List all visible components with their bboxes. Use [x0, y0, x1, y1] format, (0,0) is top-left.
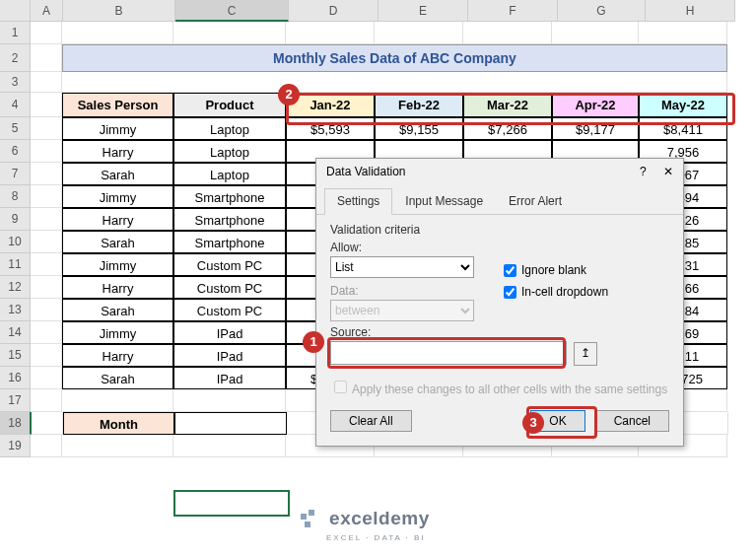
clear-all-button[interactable]: Clear All — [330, 410, 412, 432]
tab-settings[interactable]: Settings — [324, 188, 392, 215]
table-cell[interactable]: Harry — [62, 344, 173, 367]
row-header-15[interactable]: 15 — [0, 344, 31, 367]
row-header-19[interactable]: 19 — [0, 435, 31, 457]
apply-changes-checkbox: Apply these changes to all other cells w… — [330, 382, 667, 396]
cancel-button[interactable]: Cancel — [595, 410, 669, 432]
row-header-9[interactable]: 9 — [0, 208, 31, 231]
table-cell[interactable]: Jimmy — [62, 117, 173, 140]
ignore-blank-checkbox[interactable]: Ignore blank — [500, 261, 608, 280]
col-header-g[interactable]: G — [558, 0, 646, 22]
row-header-7[interactable]: 7 — [0, 163, 31, 185]
table-cell[interactable]: $8,411 — [639, 117, 727, 140]
table-cell[interactable]: Laptop — [173, 140, 286, 163]
month-label: Month — [63, 412, 174, 435]
table-cell[interactable]: Jimmy — [62, 321, 173, 344]
allow-select[interactable]: List — [330, 256, 474, 278]
table-cell[interactable]: $9,155 — [375, 117, 463, 140]
table-cell[interactable]: Custom PC — [173, 299, 286, 321]
close-icon[interactable]: ✕ — [663, 165, 673, 178]
table-cell[interactable]: Harry — [62, 208, 173, 231]
active-cell-border — [173, 490, 290, 517]
col-header-e[interactable]: E — [378, 0, 468, 22]
criteria-label: Validation criteria — [330, 223, 669, 237]
row-header-4[interactable]: 4 — [0, 93, 31, 117]
table-cell[interactable]: Harry — [62, 276, 173, 299]
header-feb: Feb-22 — [375, 93, 463, 117]
source-label: Source: — [330, 325, 669, 339]
table-cell[interactable]: Laptop — [173, 163, 286, 185]
table-cell[interactable]: Smartphone — [173, 185, 286, 208]
col-header-f[interactable]: F — [468, 0, 558, 22]
svg-rect-1 — [309, 510, 314, 516]
range-picker-icon[interactable]: ↥ — [574, 342, 597, 366]
col-header-d[interactable]: D — [289, 0, 378, 22]
row-header-13[interactable]: 13 — [0, 299, 31, 321]
table-cell[interactable]: Smartphone — [173, 208, 286, 231]
help-icon[interactable]: ? — [640, 165, 647, 178]
table-cell[interactable]: IPad — [173, 344, 286, 367]
row-header-17[interactable]: 17 — [0, 389, 31, 412]
header-mar: Mar-22 — [463, 93, 552, 117]
row-header-11[interactable]: 11 — [0, 253, 31, 276]
table-cell[interactable]: $5,593 — [286, 117, 375, 140]
row-header-8[interactable]: 8 — [0, 185, 31, 208]
annotation-3: 3 — [522, 412, 544, 434]
header-may: May-22 — [639, 93, 727, 117]
table-cell[interactable]: IPad — [173, 367, 286, 389]
page-title: Monthly Sales Data of ABC Company — [62, 44, 727, 72]
header-sales-person: Sales Person — [62, 93, 173, 117]
dialog-title: Data Validation — [326, 165, 406, 178]
incell-dropdown-checkbox[interactable]: In-cell dropdown — [500, 283, 608, 302]
table-cell[interactable]: Sarah — [62, 163, 173, 185]
table-cell[interactable]: Custom PC — [173, 253, 286, 276]
row-header-5[interactable]: 5 — [0, 117, 31, 140]
source-input[interactable] — [330, 341, 567, 365]
table-cell[interactable]: Jimmy — [62, 253, 173, 276]
header-product: Product — [173, 93, 286, 117]
table-cell[interactable]: IPad — [173, 321, 286, 344]
month-input-cell[interactable] — [174, 412, 287, 435]
col-header-a[interactable]: A — [31, 0, 63, 22]
table-cell[interactable]: Jimmy — [62, 185, 173, 208]
row-header-6[interactable]: 6 — [0, 140, 31, 163]
tab-error-alert[interactable]: Error Alert — [496, 188, 575, 214]
table-cell[interactable]: $9,177 — [552, 117, 639, 140]
row-header-16[interactable]: 16 — [0, 367, 31, 389]
table-cell[interactable]: Sarah — [62, 299, 173, 321]
select-all[interactable] — [0, 0, 31, 22]
logo: exceldemy EXCEL · DATA · BI — [301, 508, 430, 542]
tab-input-message[interactable]: Input Message — [392, 188, 496, 214]
data-select: between — [330, 300, 474, 321]
col-header-c[interactable]: C — [175, 0, 289, 22]
col-header-b[interactable]: B — [63, 0, 175, 22]
header-apr: Apr-22 — [552, 93, 639, 117]
data-label: Data: — [330, 284, 474, 298]
row-header-3[interactable]: 3 — [0, 72, 31, 93]
allow-label: Allow: — [330, 241, 474, 254]
row-header-14[interactable]: 14 — [0, 321, 31, 344]
table-cell[interactable]: $7,266 — [463, 117, 552, 140]
data-validation-dialog: Data Validation ? ✕ Settings Input Messa… — [315, 158, 684, 447]
annotation-2: 2 — [278, 84, 300, 105]
svg-rect-0 — [301, 514, 307, 520]
table-cell[interactable]: Sarah — [62, 367, 173, 389]
table-cell[interactable]: Custom PC — [173, 276, 286, 299]
table-cell[interactable]: Smartphone — [173, 231, 286, 253]
row-header-2[interactable]: 2 — [0, 44, 31, 72]
table-cell[interactable]: Laptop — [173, 117, 286, 140]
col-header-h[interactable]: H — [646, 0, 735, 22]
table-cell[interactable]: Harry — [62, 140, 173, 163]
svg-rect-2 — [305, 521, 310, 527]
row-header-12[interactable]: 12 — [0, 276, 31, 299]
row-header-1[interactable]: 1 — [0, 22, 31, 44]
table-cell[interactable]: Sarah — [62, 231, 173, 253]
row-header-10[interactable]: 10 — [0, 231, 31, 253]
row-header-18[interactable]: 18 — [0, 412, 32, 435]
annotation-1: 1 — [303, 331, 324, 353]
